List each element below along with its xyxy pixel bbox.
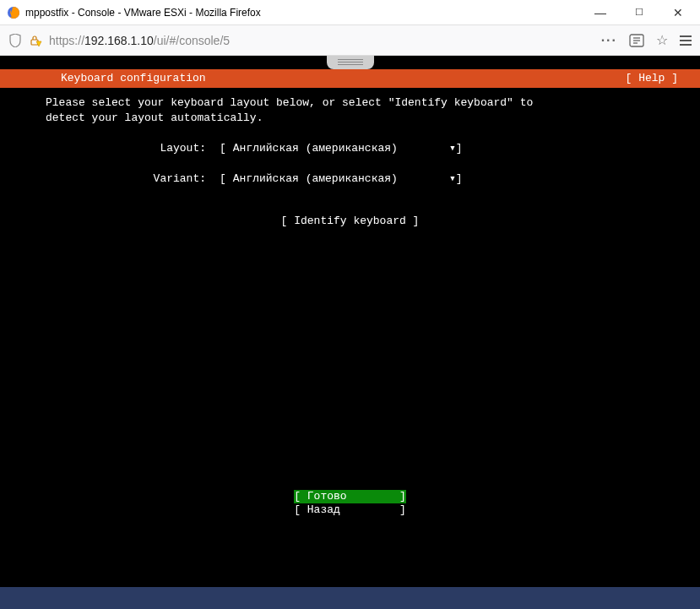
- console-top-strip: [0, 56, 700, 69]
- url-prefix: https://: [49, 34, 84, 47]
- maximize-button[interactable]: ☐: [627, 4, 651, 21]
- browser-urlbar: https://192.168.1.10/ui/#/console/5 ··· …: [0, 25, 700, 56]
- tracking-protection-icon[interactable]: [8, 34, 22, 47]
- close-button[interactable]: ✕: [666, 4, 690, 21]
- console-bottom-bar: [0, 587, 700, 609]
- address-field[interactable]: https://192.168.1.10/ui/#/console/5: [49, 34, 601, 47]
- installer-header: Keyboard configuration [ Help ]: [0, 69, 700, 88]
- variant-value: Английская (американская): [226, 172, 421, 186]
- bracket-close: ]: [456, 172, 463, 186]
- firefox-icon: [7, 6, 20, 19]
- variant-select[interactable]: [ Английская (американская) ▾ ]: [220, 172, 463, 186]
- page-content: Keyboard configuration [ Help ] Please s…: [0, 56, 700, 609]
- bookmark-icon[interactable]: ☆: [656, 32, 668, 48]
- text-console: Keyboard configuration [ Help ] Please s…: [0, 69, 700, 609]
- variant-label: Variant:: [0, 172, 220, 186]
- reader-mode-icon[interactable]: [629, 34, 644, 47]
- page-actions-icon[interactable]: ···: [601, 33, 617, 48]
- window-titlebar: mppostfix - Console - VMware ESXi - Mozi…: [0, 0, 700, 25]
- footer-buttons: [ Готово ] [ Назад ]: [0, 490, 700, 517]
- installer-header-title: Keyboard configuration: [61, 72, 626, 85]
- urlbar-right-icons: ··· ☆: [601, 32, 692, 48]
- variant-row: Variant: [ Английская (американская) ▾ ]: [0, 155, 700, 186]
- layout-row: Layout: [ Английская (американская) ▾ ]: [0, 125, 700, 155]
- minimize-button[interactable]: —: [589, 4, 612, 21]
- window-title: mppostfix - Console - VMware ESXi - Mozi…: [25, 7, 589, 19]
- done-button[interactable]: [ Готово ]: [294, 490, 406, 503]
- bracket-close: ]: [456, 142, 463, 155]
- help-button[interactable]: [ Help ]: [626, 72, 700, 85]
- instruction-line1: Please select your keyboard layout below…: [0, 96, 700, 110]
- instruction-line2: detect your layout automatically.: [0, 110, 700, 125]
- bracket-open: [: [220, 142, 226, 155]
- layout-label: Layout:: [0, 142, 220, 155]
- hamburger-menu-icon[interactable]: [680, 35, 692, 46]
- bracket-open: [: [220, 172, 226, 186]
- layout-value: Английская (американская): [226, 142, 421, 155]
- url-host: 192.168.1.10: [84, 34, 154, 47]
- identify-keyboard-button[interactable]: [ Identify keyboard ]: [0, 186, 700, 228]
- chevron-down-icon: ▾: [421, 142, 456, 155]
- layout-select[interactable]: [ Английская (американская) ▾ ]: [220, 142, 463, 155]
- back-button[interactable]: [ Назад ]: [294, 503, 406, 517]
- url-path: /ui/#/console/5: [154, 34, 230, 47]
- window-controls: — ☐ ✕: [589, 4, 693, 21]
- chevron-down-icon: ▾: [421, 172, 456, 186]
- lock-warning-icon[interactable]: [29, 34, 42, 47]
- installer-body: Please select your keyboard layout below…: [0, 88, 700, 587]
- console-drag-handle[interactable]: [327, 56, 374, 69]
